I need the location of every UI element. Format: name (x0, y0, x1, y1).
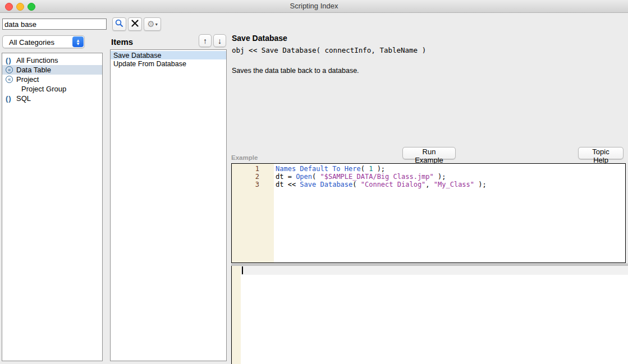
category-row[interactable]: «Project (2, 75, 102, 84)
example-label: Example (231, 154, 258, 161)
log-gutter (232, 266, 241, 364)
settings-menu-button[interactable]: ⚙ ▾ (144, 17, 161, 31)
up-arrow-icon: ↑ (203, 36, 207, 45)
category-label: Data Table (16, 66, 51, 74)
gear-icon: ⚙ (147, 20, 154, 29)
send-message-icon: « (6, 76, 16, 83)
clear-search-button[interactable] (128, 17, 142, 31)
search-button[interactable] (112, 17, 126, 31)
topic-help-button[interactable]: Topic Help (578, 147, 624, 159)
current-line-highlight (241, 266, 628, 275)
code-line: Names Default To Here( 1 ); (276, 165, 625, 173)
dropdown-stepper-icon: ▲▼ (72, 36, 84, 47)
line-number: 2 (232, 173, 274, 181)
line-number: 1 (232, 165, 274, 173)
category-label: Project (16, 75, 39, 84)
line-number: 3 (232, 181, 274, 188)
category-dropdown[interactable]: All Categories ▲▼ (2, 35, 85, 48)
chevron-down-icon: ▾ (155, 22, 158, 27)
category-label: Project Group (21, 85, 66, 93)
parentheses-icon: () (6, 56, 16, 64)
previous-item-button[interactable]: ↑ (199, 34, 212, 47)
category-row[interactable]: «Data Table (2, 65, 102, 75)
line-number-gutter: 123 (232, 164, 274, 262)
x-mark-icon (131, 19, 139, 29)
items-panel-title: Items (111, 37, 133, 47)
item-row[interactable]: Update From Database (111, 59, 226, 68)
next-item-button[interactable]: ↓ (213, 34, 226, 47)
down-arrow-icon: ↓ (218, 36, 222, 45)
code-line: dt = Open( "$SAMPLE_DATA/Big Class.jmp" … (276, 173, 625, 181)
detail-syntax: obj << Save Database( connectInfo, Table… (232, 46, 426, 54)
code-lines[interactable]: Names Default To Here( 1 );dt = Open( "$… (274, 164, 625, 262)
window-title: Scripting Index (0, 2, 628, 10)
send-message-icon: « (6, 66, 16, 73)
text-cursor (242, 266, 243, 274)
parentheses-icon: () (6, 94, 16, 103)
detail-title: Save Database (232, 34, 287, 43)
scripting-index-window: Scripting Index ⚙ ▾ All Categories ▲▼ ()… (0, 0, 628, 364)
category-dropdown-value: All Categories (9, 38, 54, 47)
detail-description: Saves the data table back to a database. (232, 67, 359, 75)
category-label: All Functions (16, 56, 58, 64)
category-label: SQL (16, 94, 31, 103)
category-list[interactable]: ()All Functions«Data Table«ProjectProjec… (2, 53, 103, 361)
magnifier-icon (114, 19, 124, 30)
category-row[interactable]: Project Group (2, 84, 102, 94)
category-row[interactable]: ()All Functions (2, 56, 102, 65)
search-input[interactable] (2, 19, 107, 30)
log-editor[interactable] (231, 266, 628, 364)
category-row[interactable]: ()SQL (2, 94, 102, 103)
item-label: Update From Database (113, 60, 186, 68)
example-code-editor[interactable]: 123 Names Default To Here( 1 );dt = Open… (231, 163, 626, 263)
code-line: dt << Save Database( "Connect Dialog", "… (276, 181, 625, 188)
items-list[interactable]: Save DatabaseUpdate From Database (110, 49, 227, 361)
run-example-button[interactable]: Run Example (402, 147, 456, 159)
item-row[interactable]: Save Database (111, 51, 226, 59)
titlebar: Scripting Index (0, 0, 628, 13)
item-label: Save Database (113, 52, 161, 59)
